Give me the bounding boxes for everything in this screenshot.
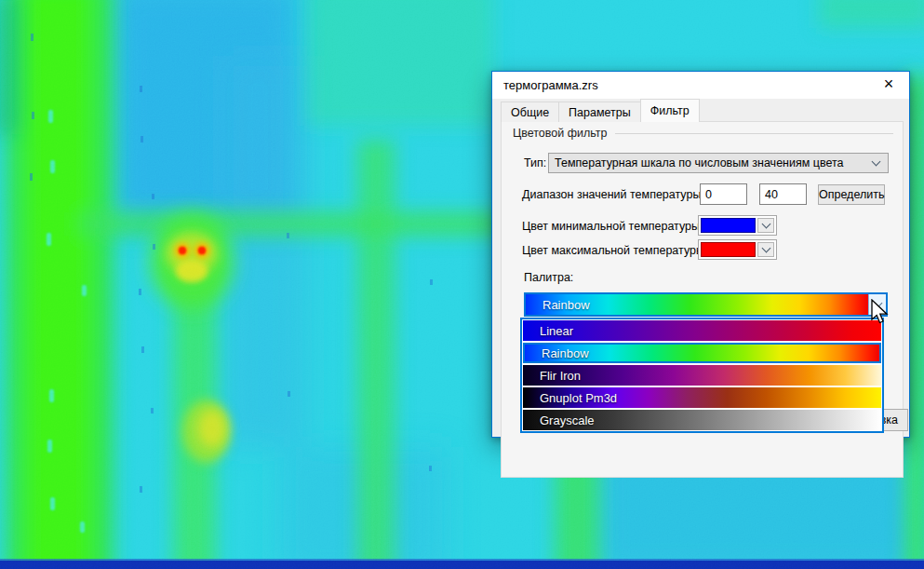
type-combobox[interactable]: Температурная шкала по числовым значения… (548, 153, 889, 173)
dialog-titlebar[interactable]: термограмма.zrs × (492, 72, 909, 99)
chevron-down-icon (761, 220, 770, 229)
palette-option-label: Grayscale (523, 413, 595, 427)
close-icon[interactable]: × (868, 72, 909, 99)
palette-option-flir-iron[interactable]: Flir Iron (523, 365, 881, 386)
palette-option-gnuplot-pm3d[interactable]: Gnuplot Pm3d (523, 387, 881, 408)
chevron-down-icon (761, 244, 770, 253)
max-color-dropdown-button[interactable] (757, 242, 774, 257)
min-color-swatch (701, 218, 756, 233)
min-color-label: Цвет минимальной температуры (522, 220, 700, 233)
palette-dropdown-list: Linear Rainbow Flir Iron Gnuplot Pm3d Gr… (520, 318, 884, 433)
dialog-title: термограмма.zrs (492, 78, 598, 92)
max-color-swatch (701, 242, 756, 257)
palette-selected-swatch: Rainbow (526, 294, 868, 315)
group-title: Цветовой фильтр (513, 127, 608, 140)
palette-label: Палитра: (524, 271, 573, 284)
type-value: Температурная шкала по числовым значения… (549, 156, 867, 169)
chevron-down-icon (873, 299, 882, 308)
define-button[interactable]: Определить (818, 184, 885, 205)
palette-option-label: Linear (523, 324, 573, 338)
type-label: Тип: (524, 156, 546, 169)
max-color-label: Цвет максимальной температуры (522, 244, 704, 257)
palette-dropdown-button[interactable] (868, 294, 886, 315)
palette-option-rainbow[interactable]: Rainbow (523, 343, 881, 363)
tab-strip: Общие Параметры Фильтр (501, 102, 699, 122)
palette-option-linear[interactable]: Linear (523, 320, 881, 341)
palette-combobox[interactable]: Rainbow (524, 292, 888, 317)
palette-option-label: Rainbow (525, 346, 589, 360)
palette-selected-label: Rainbow (526, 298, 590, 312)
color-filter-group-header: Цветовой фильтр (513, 127, 893, 140)
range-max-input[interactable] (759, 183, 807, 205)
desktop: термограмма.zrs × Общие Параметры Фильтр… (0, 0, 924, 569)
chevron-down-icon (872, 157, 881, 167)
tab-general[interactable]: Общие (501, 102, 559, 122)
palette-option-grayscale[interactable]: Grayscale (523, 410, 881, 430)
tab-parameters[interactable]: Параметры (558, 102, 641, 122)
range-min-input[interactable] (700, 183, 747, 205)
min-color-combobox[interactable] (698, 215, 777, 236)
min-color-dropdown-button[interactable] (757, 218, 774, 233)
tab-filter[interactable]: Фильтр (640, 99, 700, 122)
max-color-combobox[interactable] (698, 239, 777, 260)
group-divider (615, 133, 893, 134)
range-label: Диапазон значений температуры: (522, 188, 704, 201)
palette-option-label: Flir Iron (523, 369, 581, 383)
palette-option-label: Gnuplot Pm3d (523, 391, 617, 405)
properties-dialog: термограмма.zrs × Общие Параметры Фильтр… (491, 71, 910, 438)
